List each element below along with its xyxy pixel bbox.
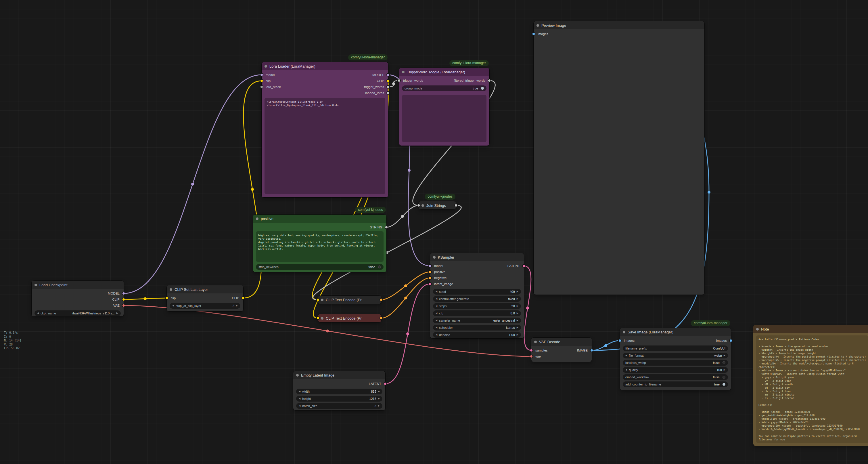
input-slot[interactable] <box>417 204 420 207</box>
toggle-knob[interactable] <box>722 383 725 386</box>
output-slot-CLIP[interactable] <box>386 79 390 83</box>
node-ksampler[interactable]: KSamplermodelpositivenegativelatent_imag… <box>430 253 524 338</box>
decrement-arrow-icon[interactable]: ◀ <box>436 325 437 330</box>
collapse-toggle-icon[interactable] <box>422 204 424 207</box>
toggle-knob[interactable] <box>481 87 484 90</box>
node-preview-image[interactable]: Preview Imageimages <box>534 21 704 295</box>
increment-arrow-icon[interactable]: ▶ <box>517 325 518 330</box>
decrement-arrow-icon[interactable]: ◀ <box>172 303 174 309</box>
node-title-bar[interactable]: Save Image (LoraManager) <box>620 328 731 336</box>
input-slot-latent_image[interactable] <box>428 282 432 286</box>
node-triggerword-toggle[interactable]: TriggerWord Toggle (LoraManager)comfyui-… <box>399 68 489 146</box>
collapse-toggle-icon[interactable] <box>296 374 299 377</box>
node-title-bar[interactable]: Lora Loader (LoraManager) <box>261 62 388 70</box>
increment-arrow-icon[interactable]: ▶ <box>378 403 380 409</box>
node-title-bar[interactable]: Load Checkpoint <box>32 281 124 289</box>
input-slot-model[interactable] <box>260 73 264 77</box>
collapse-toggle-icon[interactable] <box>34 284 37 286</box>
input-slot[interactable] <box>316 298 320 301</box>
node-positive[interactable]: positivecomfyui-kjnodesSTRINGhighres, ve… <box>253 214 386 272</box>
node-title-bar[interactable]: KSampler <box>430 253 524 261</box>
decrement-arrow-icon[interactable]: ◀ <box>436 310 437 316</box>
node-title-bar[interactable]: TriggerWord Toggle (LoraManager) <box>399 68 489 76</box>
node-clip-text-encode-1[interactable]: CLIP Text Encode (Pr <box>318 296 381 304</box>
input-slot-images[interactable] <box>618 339 622 342</box>
output-slot-images[interactable] <box>729 339 733 342</box>
collapse-toggle-icon[interactable] <box>534 341 537 343</box>
node-title-bar[interactable]: Join Strings <box>418 201 456 209</box>
widget-quality[interactable]: ◀quality100▶ <box>623 367 728 373</box>
input-slot-negative[interactable] <box>428 276 432 280</box>
widget-scheduler[interactable]: ◀schedulerkarras▶ <box>433 325 521 330</box>
collapse-toggle-icon[interactable] <box>402 71 405 74</box>
node-save-image[interactable]: Save Image (LoraManager)comfyui-lora-man… <box>620 328 731 390</box>
node-clip-text-encode-2[interactable]: CLIP Text Encode (Pr <box>318 314 381 322</box>
widget-steps[interactable]: ◀steps20▶ <box>433 303 521 309</box>
widget-seed[interactable]: ◀seed409▶ <box>433 289 521 295</box>
input-slot-positive[interactable] <box>428 270 432 273</box>
decrement-arrow-icon[interactable]: ◀ <box>625 367 627 373</box>
collapse-toggle-icon[interactable] <box>623 331 625 334</box>
output-slot-LATENT[interactable] <box>383 382 387 385</box>
node-textarea[interactable]: <lora:CreateConcept_Illustrious:0.8> <lo… <box>265 98 385 194</box>
output-slot-MODEL[interactable] <box>122 292 125 295</box>
input-slot-lora_stack[interactable] <box>260 85 264 89</box>
output-slot-MODEL[interactable] <box>386 73 390 77</box>
input-slot-clip[interactable] <box>260 79 264 83</box>
widget-lossless_webp[interactable]: lossless_webpfalse <box>623 360 728 366</box>
decrement-arrow-icon[interactable]: ◀ <box>436 289 437 295</box>
node-title-bar[interactable]: CLIP Text Encode (Pr <box>318 296 381 304</box>
widget-batch_size[interactable]: ◀batch_size3▶ <box>296 403 382 409</box>
output-slot[interactable] <box>454 204 458 207</box>
decrement-arrow-icon[interactable]: ◀ <box>299 396 301 402</box>
output-slot-trigger_words[interactable] <box>386 85 390 89</box>
input-slot[interactable] <box>316 316 320 320</box>
increment-arrow-icon[interactable]: ▶ <box>378 388 380 395</box>
widget-file_format[interactable]: ◀file_formatwebp▶ <box>623 353 728 358</box>
node-lora-loader[interactable]: Lora Loader (LoraManager)comfyui-lora-ma… <box>261 62 388 197</box>
widget-denoise[interactable]: ◀denoise1.00▶ <box>433 332 521 338</box>
input-slot-model[interactable] <box>428 264 432 267</box>
decrement-arrow-icon[interactable]: ◀ <box>436 318 437 323</box>
widget-cfg[interactable]: ◀cfg8.0▶ <box>433 310 521 316</box>
decrement-arrow-icon[interactable]: ◀ <box>625 353 627 358</box>
input-slot-vae[interactable] <box>530 355 533 358</box>
node-load-checkpoint[interactable]: Load CheckpointMODELCLIPVAE◀ckpt_nameilw… <box>32 281 124 316</box>
widget-width[interactable]: ◀width832▶ <box>296 388 382 395</box>
increment-arrow-icon[interactable]: ▶ <box>517 303 518 309</box>
output-slot-CLIP[interactable] <box>242 296 245 300</box>
collapse-toggle-icon[interactable] <box>536 24 539 27</box>
output-slot-VAE[interactable] <box>122 304 125 307</box>
node-title-bar[interactable]: Note <box>753 325 868 333</box>
node-textarea[interactable]: highres, very detailed, amazing quality,… <box>256 231 383 262</box>
increment-arrow-icon[interactable]: ▶ <box>236 303 238 309</box>
collapse-toggle-icon[interactable] <box>321 317 323 320</box>
increment-arrow-icon[interactable]: ▶ <box>517 296 518 302</box>
collapse-toggle-icon[interactable] <box>321 298 323 301</box>
widget-embed_workflow[interactable]: embed_workflowfalse <box>623 374 728 380</box>
widget-ckpt_name[interactable]: ◀ckpt_nameilwaiNSFWIllustrious_v110.s...… <box>34 310 121 316</box>
node-clip-set-last-layer[interactable]: CLIP Set Last LayerclipCLIP◀stop_at_clip… <box>167 285 243 311</box>
output-slot-CLIP[interactable] <box>122 298 125 301</box>
widget-filename_prefix[interactable]: filename_prefixComfyUI <box>623 346 728 351</box>
widget-stop_at_clip_layer[interactable]: ◀stop_at_clip_layer-2▶ <box>169 303 240 309</box>
decrement-arrow-icon[interactable]: ◀ <box>436 332 437 338</box>
collapse-toggle-icon[interactable] <box>433 256 436 259</box>
output-slot-STRING[interactable] <box>385 226 388 229</box>
output-slot-filtered_trigger_words[interactable] <box>488 79 491 82</box>
output-slot[interactable] <box>379 316 383 320</box>
widget-sampler_name[interactable]: ◀sampler_nameeuler_ancestral▶ <box>433 318 521 323</box>
output-slot-loaded_loras[interactable] <box>386 91 390 95</box>
increment-arrow-icon[interactable]: ▶ <box>724 353 725 358</box>
decrement-arrow-icon[interactable]: ◀ <box>436 303 437 309</box>
node-title-bar[interactable]: CLIP Set Last Layer <box>167 285 243 293</box>
collapse-toggle-icon[interactable] <box>256 218 258 220</box>
increment-arrow-icon[interactable]: ▶ <box>117 310 118 316</box>
toggle-knob[interactable] <box>722 361 725 364</box>
node-textarea[interactable] <box>402 95 487 142</box>
collapse-toggle-icon[interactable] <box>265 65 267 67</box>
increment-arrow-icon[interactable]: ▶ <box>724 367 725 373</box>
node-vae-decode[interactable]: VAE DecodesamplesvaeIMAGE <box>531 338 592 362</box>
node-note[interactable]: NoteAvailable filename_prefix Pattern Co… <box>753 325 868 446</box>
toggle-knob[interactable] <box>378 265 381 268</box>
